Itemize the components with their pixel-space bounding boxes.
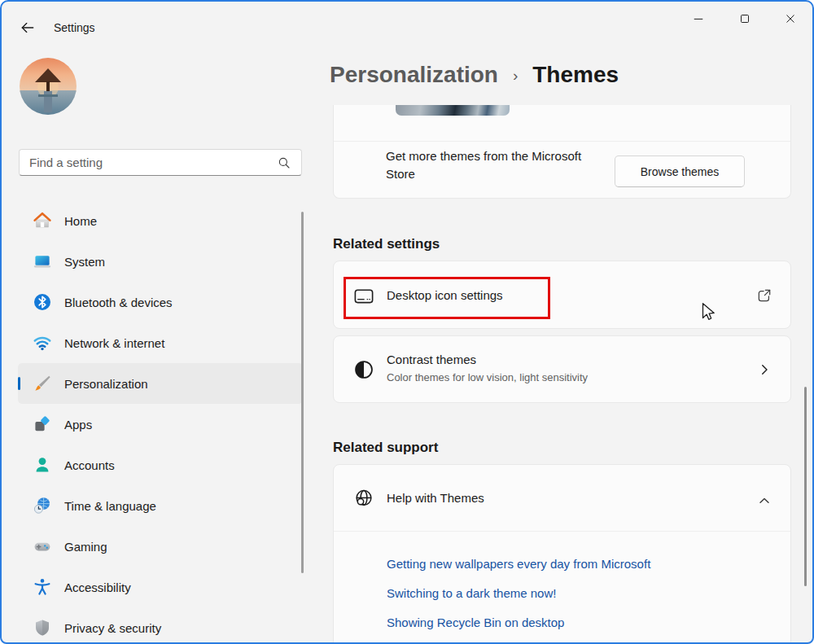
contrast-themes-row[interactable]: Contrast themes Color themes for low vis… [333, 335, 791, 403]
red-highlight-box [344, 277, 550, 319]
back-arrow-icon [20, 24, 36, 38]
sidebar-item-personalization[interactable]: Personalization [18, 363, 303, 404]
related-settings-heading: Related settings [333, 236, 440, 252]
sidebar-nav: Home System Bluetooth & devices Network … [18, 200, 303, 644]
sidebar-item-label: Network & internet [64, 336, 164, 350]
chevron-right-icon [756, 361, 772, 378]
breadcrumb: Personalization › Themes [330, 62, 619, 88]
contrast-themes-title: Contrast themes [387, 353, 476, 366]
sidebar-item-accounts[interactable]: Accounts [18, 445, 303, 485]
search-box [19, 149, 302, 176]
sidebar-item-label: Time & language [64, 499, 156, 513]
help-link-wallpapers[interactable]: Getting new wallpapers every day from Mi… [387, 557, 650, 571]
theme-preview-thumbnail[interactable] [396, 105, 510, 116]
related-support-heading: Related support [333, 440, 438, 456]
browse-themes-button[interactable]: Browse themes [615, 156, 745, 187]
search-icon [277, 156, 291, 170]
breadcrumb-parent[interactable]: Personalization [330, 62, 498, 88]
contrast-themes-subtitle: Color themes for low vision, light sensi… [387, 371, 588, 383]
sidebar-item-label: Accessibility [64, 580, 131, 594]
desktop-icon-settings-row[interactable]: Desktop icon settings [333, 261, 791, 329]
sidebar-item-bluetooth-devices[interactable]: Bluetooth & devices [18, 282, 303, 322]
accounts-icon [33, 455, 52, 475]
divider [334, 141, 790, 142]
help-with-themes-title: Help with Themes [387, 491, 484, 505]
privacy-security-icon [33, 618, 52, 637]
personalization-icon [33, 374, 52, 393]
contrast-icon [353, 359, 374, 380]
external-link-icon [756, 287, 772, 304]
divider [334, 531, 790, 532]
sidebar-item-label: Privacy & security [64, 621, 161, 635]
sidebar-item-time-language[interactable]: Time & language [18, 485, 303, 526]
globe-search-icon [353, 488, 374, 509]
bluetooth-icon [33, 292, 52, 312]
minimize-button[interactable] [680, 8, 717, 33]
main-scrollbar[interactable] [804, 387, 807, 586]
sidebar-item-label: Home [64, 214, 97, 228]
search-input[interactable] [20, 156, 277, 169]
sidebar-item-home[interactable]: Home [18, 200, 303, 241]
close-button[interactable] [772, 8, 809, 33]
sidebar-item-label: Gaming [64, 540, 107, 554]
chevron-up-icon [756, 493, 772, 509]
apps-icon [33, 414, 52, 434]
get-more-themes-card: Get more themes from the Microsoft Store… [333, 105, 791, 199]
maximize-icon [737, 11, 752, 29]
sidebar-item-apps[interactable]: Apps [18, 404, 303, 445]
sidebar-item-label: Apps [64, 418, 92, 432]
minimize-icon [691, 11, 706, 29]
network-icon [33, 333, 52, 353]
app-title: Settings [54, 21, 95, 34]
sidebar-item-gaming[interactable]: Gaming [18, 526, 303, 567]
help-with-themes-card: Help with Themes Getting new wallpapers … [333, 464, 791, 644]
get-more-themes-label: Get more themes from the Microsoft Store [386, 147, 589, 183]
sidebar-item-accessibility[interactable]: Accessibility [18, 567, 303, 607]
sidebar-item-system[interactable]: System [18, 241, 303, 282]
close-icon [783, 11, 798, 29]
avatar[interactable] [20, 58, 77, 115]
breadcrumb-separator-icon: › [513, 65, 518, 85]
time-language-icon [33, 496, 52, 515]
sidebar-scrollbar[interactable] [301, 212, 304, 573]
maximize-button[interactable] [726, 8, 764, 33]
breadcrumb-current: Themes [532, 62, 619, 88]
settings-window: Settings [0, 0, 814, 644]
sidebar-item-label: Accounts [64, 458, 115, 472]
accessibility-icon [33, 577, 52, 597]
help-link-dark-theme[interactable]: Switching to a dark theme now! [387, 586, 556, 600]
sidebar-item-label: System [64, 255, 105, 269]
gaming-icon [33, 537, 52, 556]
home-icon [33, 211, 52, 230]
help-with-themes-row[interactable]: Help with Themes [334, 465, 790, 531]
back-button[interactable] [20, 20, 36, 36]
sidebar-item-network-internet[interactable]: Network & internet [18, 322, 303, 363]
help-link-recycle-bin[interactable]: Showing Recycle Bin on desktop [387, 616, 564, 629]
sidebar-item-label: Personalization [64, 377, 148, 391]
system-icon [33, 252, 52, 271]
sidebar-item-privacy-security[interactable]: Privacy & security [18, 607, 303, 644]
sidebar-item-label: Bluetooth & devices [64, 296, 173, 309]
